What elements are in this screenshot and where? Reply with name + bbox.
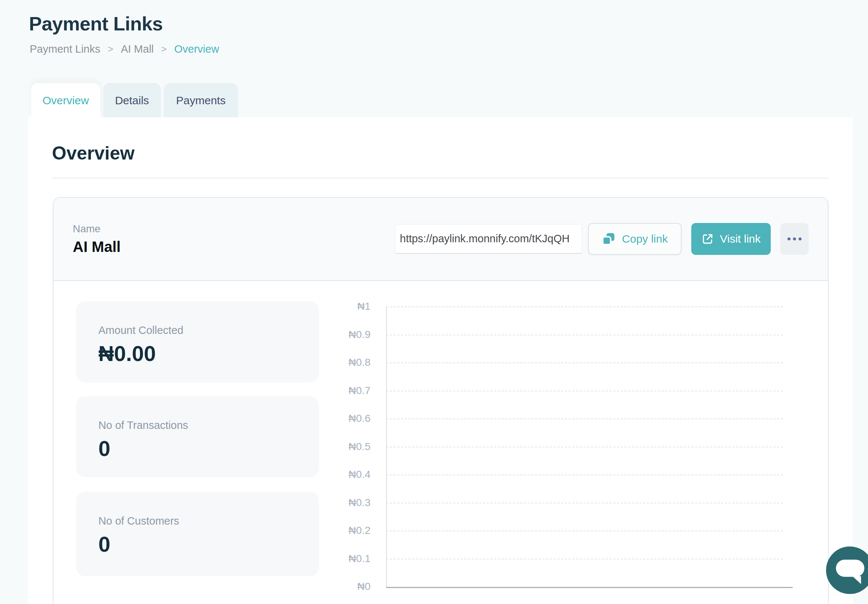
heading-divider (52, 178, 829, 178)
tab-details[interactable]: Details (103, 83, 161, 117)
y-tick-label: ₦0.2 (269, 525, 370, 536)
breadcrumb-overview: Overview (174, 43, 219, 55)
tab-payments[interactable]: Payments (164, 83, 238, 117)
y-tick-label: ₦0.7 (269, 385, 370, 397)
breadcrumb-ai-mall[interactable]: AI Mall (121, 43, 154, 55)
y-tick-label: ₦0.5 (269, 441, 370, 453)
chevron-right-icon: > (161, 43, 167, 55)
gridline (386, 335, 783, 335)
gridline (386, 419, 783, 419)
tab-bar: Overview Details Payments (31, 83, 238, 117)
page-title: Payment Links (29, 12, 163, 35)
y-tick-label: ₦0.6 (269, 412, 370, 425)
gridline (386, 447, 783, 448)
collections-chart: ₦1 ₦0.9 ₦0.8 ₦0.7 ₦0.6 ₦0.5 (53, 198, 828, 604)
y-tick-label: ₦0.4 (269, 469, 370, 480)
y-tick-label: ₦1 (269, 301, 370, 312)
tab-overview[interactable]: Overview (31, 83, 100, 117)
breadcrumb-payment-links[interactable]: Payment Links (30, 43, 100, 55)
gridline (386, 306, 783, 307)
gridline (386, 531, 783, 531)
chevron-right-icon: > (108, 43, 113, 55)
gridline (386, 474, 783, 475)
breadcrumb: Payment Links > AI Mall > Overview (30, 43, 219, 55)
payment-link-card: Name AI Mall Copy link (53, 197, 829, 604)
y-tick-label: ₦0.8 (269, 357, 370, 368)
y-tick-label: ₦0 (269, 581, 370, 593)
y-tick-label: ₦0.1 (269, 553, 370, 565)
section-heading: Overview (52, 142, 134, 164)
y-tick-label: ₦0.9 (269, 329, 370, 341)
y-tick-label: ₦0.3 (269, 497, 370, 509)
gridline (386, 559, 783, 559)
payment-links-page: Payment Links Payment Links > AI Mall > … (0, 0, 868, 604)
chat-bubble-icon (826, 547, 868, 594)
chat-widget-button[interactable] (826, 547, 868, 594)
gridline (386, 363, 783, 363)
gridline (386, 391, 783, 391)
chart-x-axis-line (386, 587, 793, 588)
gridline (386, 503, 783, 504)
